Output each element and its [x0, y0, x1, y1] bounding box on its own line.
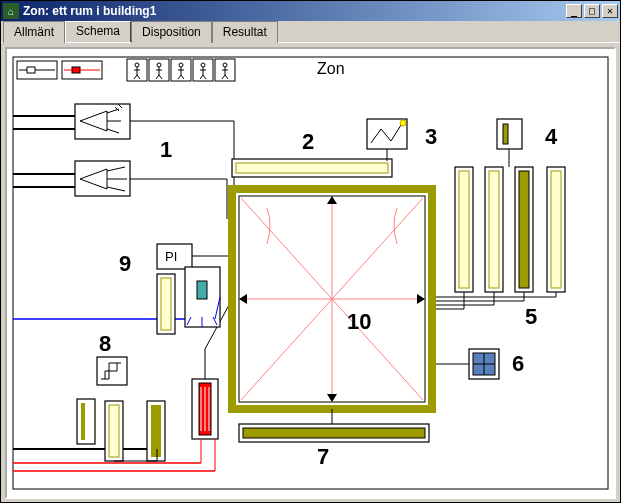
- svg-rect-65: [77, 399, 95, 444]
- tab-schema[interactable]: Schema: [65, 21, 131, 42]
- minimize-button[interactable]: _: [566, 4, 582, 18]
- label-4: 4: [545, 124, 558, 149]
- svg-rect-78: [161, 278, 171, 330]
- window-title: Zon: ett rum i building1: [23, 4, 566, 18]
- component-walls-right[interactable]: [455, 167, 565, 292]
- component-zone[interactable]: [232, 189, 432, 409]
- titlebar[interactable]: ⌂ Zon: ett rum i building1 _ □ ✕: [1, 1, 620, 21]
- schema-svg: Zon: [7, 49, 614, 497]
- svg-rect-49: [503, 124, 508, 144]
- maximize-button[interactable]: □: [584, 4, 600, 18]
- component-window-top[interactable]: [232, 159, 392, 177]
- component-solar[interactable]: [367, 119, 407, 149]
- tab-disposition[interactable]: Disposition: [131, 21, 212, 43]
- label-8: 8: [99, 331, 111, 356]
- component-sensor[interactable]: [497, 119, 522, 149]
- svg-rect-31: [75, 104, 130, 139]
- person-icons: [127, 59, 235, 81]
- svg-rect-80: [197, 281, 207, 299]
- svg-rect-44: [236, 163, 388, 173]
- tab-strip: Allmänt Schema Disposition Resultat: [1, 21, 620, 43]
- component-radiator[interactable]: [192, 379, 218, 439]
- svg-point-46: [400, 120, 406, 126]
- svg-rect-66: [81, 403, 85, 440]
- svg-rect-57: [551, 171, 561, 288]
- label-2: 2: [302, 129, 314, 154]
- pi-label: PI: [165, 249, 177, 264]
- component-8-group[interactable]: [77, 357, 165, 461]
- svg-rect-55: [519, 171, 529, 288]
- schema-canvas[interactable]: Zon: [5, 47, 616, 499]
- label-6: 6: [512, 351, 524, 376]
- svg-rect-3: [72, 67, 80, 73]
- svg-rect-63: [243, 428, 425, 438]
- label-10: 10: [347, 309, 371, 334]
- component-grid[interactable]: [469, 349, 499, 379]
- svg-rect-0: [27, 67, 35, 73]
- label-5: 5: [525, 304, 537, 329]
- tab-resultat[interactable]: Resultat: [212, 21, 278, 43]
- label-1: 1: [160, 137, 172, 162]
- svg-rect-51: [459, 171, 469, 288]
- toolbar: [17, 59, 235, 81]
- svg-rect-70: [151, 405, 161, 457]
- svg-rect-53: [489, 171, 499, 288]
- app-icon: ⌂: [3, 3, 19, 19]
- label-9: 9: [119, 251, 131, 276]
- schema-title: Zon: [317, 60, 345, 77]
- svg-rect-48: [497, 119, 522, 149]
- component-window-bottom[interactable]: [239, 424, 429, 442]
- close-button[interactable]: ✕: [602, 4, 618, 18]
- component-air-terminal-out[interactable]: [75, 161, 130, 196]
- tab-allmant[interactable]: Allmänt: [3, 21, 65, 43]
- component-9-group[interactable]: PI: [157, 244, 220, 334]
- label-3: 3: [425, 124, 437, 149]
- app-window: ⌂ Zon: ett rum i building1 _ □ ✕ Allmänt…: [0, 0, 621, 503]
- component-air-terminal-in[interactable]: [75, 104, 130, 139]
- window-buttons: _ □ ✕: [566, 4, 618, 18]
- label-7: 7: [317, 444, 329, 469]
- svg-rect-68: [109, 405, 119, 457]
